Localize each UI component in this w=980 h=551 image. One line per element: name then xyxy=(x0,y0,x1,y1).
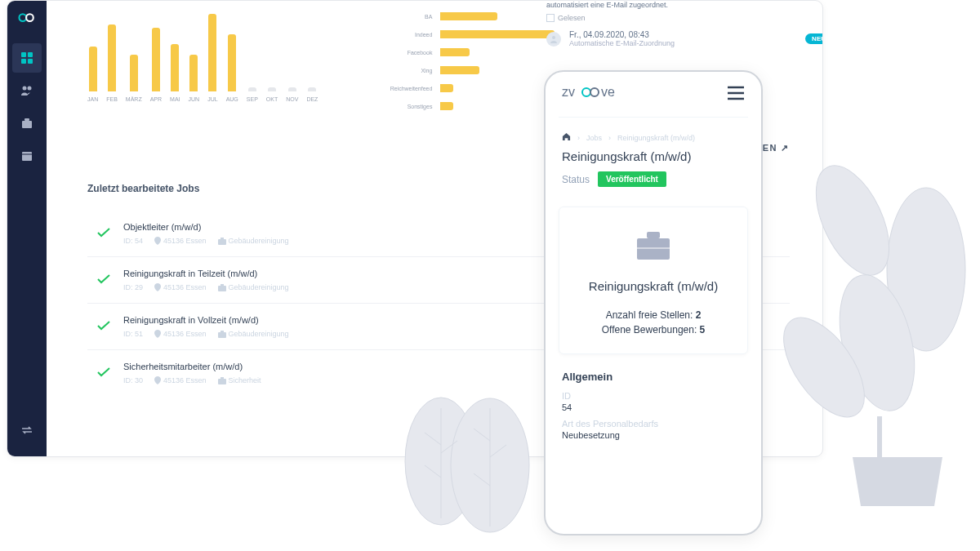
bar-FEB xyxy=(108,24,116,91)
bar-JUL xyxy=(208,14,216,91)
job-title: Sicherheitsmitarbeiter (m/w/d) xyxy=(123,362,568,371)
hbar-label: Sonstiges xyxy=(383,104,432,109)
job-category: Gebäudereinigung xyxy=(218,283,289,291)
avatar-icon xyxy=(546,32,561,47)
monthly-bar-chart: JANFEBMÄRZAPRMAIJUNJULAUGSEPOKTNOVDEZ xyxy=(87,12,318,102)
hbar-4 xyxy=(440,84,453,92)
hbar-label: Xing xyxy=(383,68,432,73)
brand-logo xyxy=(16,11,38,25)
hbar-1 xyxy=(440,30,555,38)
bar-label: JUL xyxy=(207,96,217,102)
notification-text: automatisiert eine E-Mail zugeordnet. xyxy=(546,1,822,9)
svg-point-0 xyxy=(19,14,26,21)
bar-label: MAI xyxy=(170,96,180,102)
svg-text:ve: ve xyxy=(601,85,615,99)
phone-header: zvve xyxy=(546,80,761,117)
svg-point-1 xyxy=(26,14,33,21)
checkbox-icon[interactable] xyxy=(546,14,555,22)
svg-rect-3 xyxy=(28,52,33,57)
job-category: Gebäudereinigung xyxy=(218,330,289,338)
hbar-5 xyxy=(440,102,453,110)
bar-label: SEP xyxy=(247,96,258,102)
bar-JUN xyxy=(189,55,198,91)
svg-rect-15 xyxy=(218,286,226,291)
bar-label: AUG xyxy=(226,96,238,102)
free-positions: Anzahl freie Stellen: 2 xyxy=(572,309,734,321)
job-title: Reinigungskraft (m/w/d) xyxy=(546,149,761,163)
svg-rect-10 xyxy=(22,152,32,161)
field-id-label: ID xyxy=(546,391,761,401)
check-icon xyxy=(97,319,123,334)
badge-new: NEU xyxy=(805,33,822,44)
hbar-label: Reichweitenfeed xyxy=(383,86,432,91)
bar-JAN xyxy=(89,47,97,91)
hbar-0 xyxy=(440,12,497,20)
bar-label: MÄRZ xyxy=(126,96,142,102)
bar-AUG xyxy=(228,34,236,91)
sidebar-item-people[interactable] xyxy=(12,76,42,105)
job-id: ID: 29 xyxy=(123,283,143,291)
job-location: 45136 Essen xyxy=(154,330,207,338)
svg-rect-2 xyxy=(21,52,26,57)
bar-label: NOV xyxy=(286,96,298,102)
field-id-value: 54 xyxy=(546,402,761,412)
notification-preview: automatisiert eine E-Mail zugeordnet. Ge… xyxy=(546,1,822,74)
hbar-3 xyxy=(440,66,479,74)
bar-MÄRZ xyxy=(130,55,138,91)
crumb-jobs[interactable]: Jobs xyxy=(586,134,602,142)
phone-mockup: zvve › Jobs › Reinigungskraft (m/w/d) Re… xyxy=(544,70,763,535)
svg-rect-18 xyxy=(220,331,224,332)
job-id: ID: 51 xyxy=(123,330,143,338)
sidebar xyxy=(7,1,47,456)
sidebar-item-calendar[interactable] xyxy=(12,141,42,171)
bar-label: APR xyxy=(150,96,162,102)
svg-rect-8 xyxy=(22,121,32,128)
svg-point-38 xyxy=(590,88,599,96)
bar-label: FEB xyxy=(106,96,118,102)
sidebar-swap-icon[interactable] xyxy=(12,415,42,445)
svg-rect-20 xyxy=(220,377,224,379)
job-title: Reinigungskraft in Vollzeit (m/w/d) xyxy=(123,315,568,325)
checkbox-label: Gelesen xyxy=(558,14,586,22)
bar-MAI xyxy=(171,44,179,91)
sidebar-item-dashboard[interactable] xyxy=(12,43,42,73)
bar-OKT xyxy=(268,87,276,91)
section-general: Allgemein xyxy=(546,371,761,383)
svg-rect-4 xyxy=(21,59,26,64)
field-type-label: Art des Personalbedarfs xyxy=(546,419,761,429)
svg-rect-16 xyxy=(220,284,224,286)
hamburger-icon[interactable] xyxy=(727,86,745,104)
notification-subtitle: Automatische E-Mail-Zuordnung xyxy=(569,39,675,47)
job-category: Sicherheit xyxy=(218,376,261,384)
hbar-label: BA xyxy=(383,14,432,20)
job-location: 45136 Essen xyxy=(154,376,207,384)
svg-rect-9 xyxy=(24,118,29,121)
bar-label: DEZ xyxy=(306,96,318,102)
svg-rect-44 xyxy=(647,232,660,238)
svg-point-37 xyxy=(582,88,590,96)
bar-label: OKT xyxy=(266,96,278,102)
home-icon[interactable] xyxy=(562,132,571,143)
bar-DEZ xyxy=(308,87,316,91)
crumb-current: Reinigungskraft (m/w/d) xyxy=(617,134,695,142)
job-category: Gebäudereinigung xyxy=(218,237,289,245)
channel-bar-chart: BAIndeedFacebookXingReichweitenfeedSonst… xyxy=(383,12,555,110)
svg-text:zv: zv xyxy=(562,85,575,99)
job-location: 45136 Essen xyxy=(154,283,207,291)
bar-APR xyxy=(152,28,160,91)
open-applications: Offene Bewerbungen: 5 xyxy=(572,324,734,335)
bar-NOV xyxy=(288,87,296,91)
svg-point-7 xyxy=(28,87,32,91)
svg-rect-19 xyxy=(218,379,226,384)
svg-point-6 xyxy=(23,87,27,91)
check-icon xyxy=(97,366,123,380)
bar-label: JAN xyxy=(87,96,98,102)
field-type-value: Neubesetzung xyxy=(546,430,761,440)
sidebar-item-jobs[interactable] xyxy=(12,109,42,138)
job-title: Objektleiter (m/w/d) xyxy=(123,222,568,232)
briefcase-icon xyxy=(572,227,734,279)
job-id: ID: 30 xyxy=(123,376,143,384)
svg-rect-14 xyxy=(220,238,224,239)
check-icon xyxy=(97,273,123,287)
job-location: 45136 Essen xyxy=(154,237,207,245)
